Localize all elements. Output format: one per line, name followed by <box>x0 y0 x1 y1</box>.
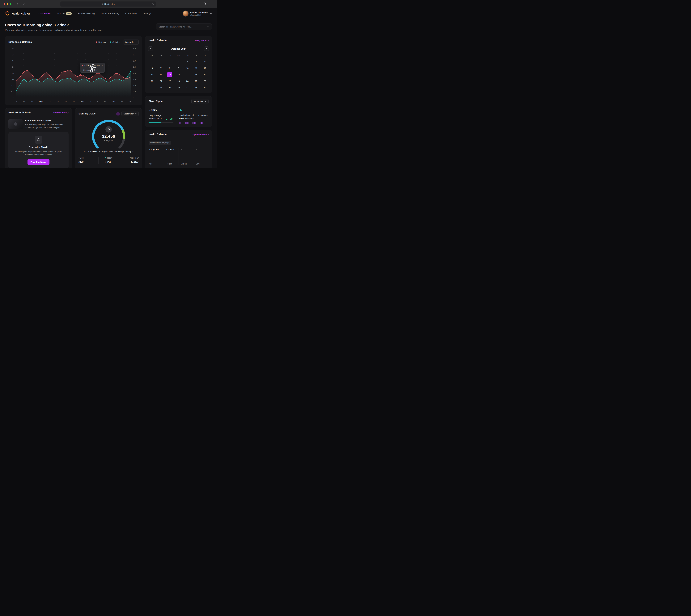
legend-dot-icon <box>110 42 111 43</box>
chart-title: Distance & Calories <box>8 41 32 44</box>
calendar-day[interactable]: 26 <box>201 78 209 84</box>
chevron-down-icon <box>205 101 206 102</box>
range-select[interactable]: Quarterly <box>123 40 139 45</box>
nav-item-ai-tools[interactable]: AI ToolsPRO <box>57 12 72 15</box>
ping-shedii-button[interactable]: Ping Shedii now <box>27 159 50 165</box>
goal-stat-label: Today <box>98 157 118 159</box>
nav-item-dashboard[interactable]: Dashboard <box>39 12 50 15</box>
x-axis: 61224Aug14162528Sep2815Oct1628 <box>16 101 131 103</box>
stat-label: BMI <box>196 162 209 165</box>
browser-back-icon[interactable] <box>16 2 19 6</box>
calendar-day[interactable]: 2 <box>174 58 183 65</box>
y-tick-label: 3k <box>8 66 14 68</box>
calendar-day[interactable]: 18 <box>192 71 201 78</box>
feature-item[interactable]: Predictive Health Alerts Receive early w… <box>5 116 72 130</box>
avatar <box>182 10 188 17</box>
search-input[interactable] <box>158 26 207 28</box>
calendar-day[interactable]: 14 <box>157 71 165 78</box>
daily-report-link[interactable]: Daily report <box>195 39 208 42</box>
chart-plot[interactable]: 2.65KM 12 Sep, 24 Covered in 6.2hrs <box>16 48 131 98</box>
goals-month-select[interactable]: September <box>121 111 139 116</box>
calendar-day-number: 8 <box>167 66 172 71</box>
moon-icon <box>179 110 183 112</box>
chevron-left-icon <box>150 48 151 50</box>
calendar-day[interactable]: 20 <box>148 78 157 84</box>
calendar-day[interactable]: 5 <box>201 58 209 65</box>
next-month-button[interactable] <box>204 46 209 51</box>
calendar-day[interactable]: 8 <box>165 65 174 71</box>
calendar-day[interactable]: 16 <box>174 71 183 78</box>
calendar-day-number: 10 <box>185 66 190 71</box>
nav-item-nutrition-planning[interactable]: Nutrition Planning <box>101 12 119 15</box>
sleep-tick <box>186 122 187 124</box>
chat-title: Chat with Shedii <box>12 146 65 149</box>
day-header: Mo <box>157 53 165 58</box>
goal-stat-value: 55k <box>79 160 98 164</box>
calendar-day[interactable]: 21 <box>157 78 165 84</box>
refresh-icon[interactable] <box>152 3 155 6</box>
calendar-day[interactable]: 25 <box>192 78 201 84</box>
calendar-day[interactable]: 6 <box>148 65 157 71</box>
calendar-day[interactable]: 7 <box>157 65 165 71</box>
nav-item-settings[interactable]: Settings <box>143 12 152 15</box>
explore-more-link[interactable]: Explore more <box>53 111 69 114</box>
calendar-day[interactable]: 29 <box>165 84 174 91</box>
sleep-tick <box>193 122 193 124</box>
profile-stat-weight: -Weight <box>179 148 194 165</box>
calendar-day-number: 11 <box>194 66 199 71</box>
profile-stat-height: 174cmHeight <box>164 148 179 165</box>
app-header: HealthHub AI DashboardAI ToolsPROFitness… <box>0 8 217 19</box>
calendar-day[interactable]: 18 <box>192 84 201 91</box>
calendar-day-number: 16 <box>176 72 181 77</box>
calendar-day[interactable]: 9 <box>174 65 183 71</box>
chart-marker[interactable] <box>81 74 82 75</box>
monthly-goals-card: Monthly Goals + September <box>75 108 142 168</box>
calendar-day[interactable]: 11 <box>192 65 201 71</box>
share-icon[interactable] <box>203 2 206 6</box>
calendar-day[interactable]: 23 <box>174 78 183 84</box>
sleep-month-select[interactable]: September <box>192 99 208 104</box>
address-bar[interactable]: Healthhub.io <box>60 1 156 7</box>
chevron-right-icon <box>207 134 208 135</box>
calendar-day[interactable]: 19 <box>201 71 209 78</box>
day-header: Sa <box>201 53 209 58</box>
calendar-day-number: 21 <box>158 79 164 84</box>
calendar-day[interactable]: 30 <box>174 84 183 91</box>
calendar-day[interactable]: 31 <box>183 84 192 91</box>
zoom-window-button[interactable] <box>10 3 12 5</box>
prev-month-button[interactable] <box>148 46 153 51</box>
calendar-day-number: 2 <box>176 59 181 64</box>
calendar-day[interactable]: 24 <box>183 78 192 84</box>
sleep-month-value: September <box>194 100 204 103</box>
calendar-day[interactable]: 17 <box>183 71 192 78</box>
nav-item-community[interactable]: Community <box>125 12 137 15</box>
minimize-window-button[interactable] <box>7 3 8 5</box>
new-tab-icon[interactable] <box>210 2 213 6</box>
calendar-day[interactable]: 3 <box>183 58 192 65</box>
goals-title: Monthly Goals <box>79 112 96 115</box>
browser-forward-icon[interactable] <box>23 2 25 6</box>
stat-value: 174cm <box>166 148 179 151</box>
close-window-button[interactable] <box>4 3 5 5</box>
stat-label: Weight <box>181 162 194 165</box>
calendar-day[interactable]: 13 <box>148 71 157 78</box>
calendar-day[interactable]: 4 <box>192 58 201 65</box>
calendar-day[interactable]: 27 <box>148 84 157 91</box>
add-goal-button[interactable]: + <box>116 112 120 115</box>
x-tick-label: 12 <box>23 101 25 103</box>
sleep-delta: ▲ +4.3% <box>166 118 174 120</box>
calendar-day[interactable]: 19 <box>201 84 209 91</box>
calendar-day[interactable]: 1 <box>165 58 174 65</box>
calendar-day[interactable]: 12 <box>201 65 209 71</box>
nav-item-fitness-tracking[interactable]: Fitness Tracking <box>78 12 95 15</box>
calendar-day[interactable]: 22 <box>165 78 174 84</box>
user-menu[interactable]: Carina Emmanuel @carina8919 <box>182 10 212 17</box>
calendar-day[interactable]: 10 <box>183 65 192 71</box>
sleep-tick <box>188 122 188 124</box>
calendar-day-number: 28 <box>158 85 164 90</box>
search-icon[interactable] <box>207 25 209 28</box>
chevron-down-icon[interactable] <box>210 12 212 15</box>
calendar-day[interactable]: 15 <box>165 71 174 78</box>
update-profile-link[interactable]: Update Profile <box>193 133 208 136</box>
calendar-day[interactable]: 28 <box>157 84 165 91</box>
